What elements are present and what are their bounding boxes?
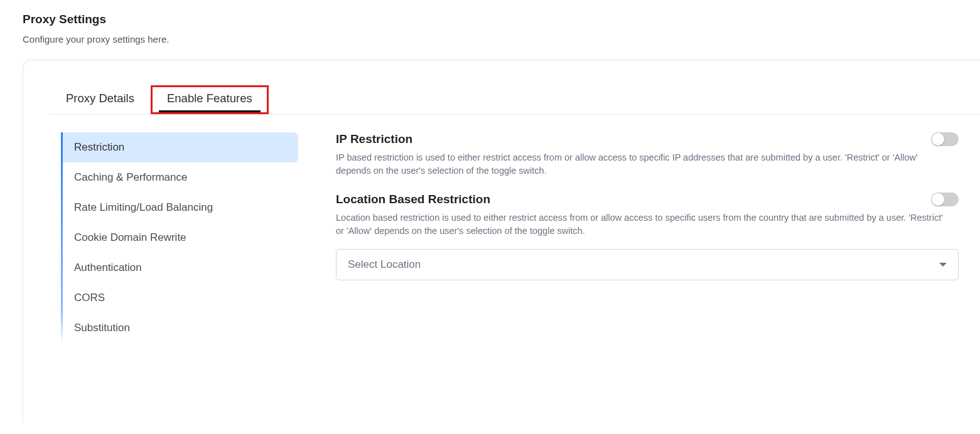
- ip-restriction-description: IP based restriction is used to either r…: [336, 151, 951, 177]
- location-restriction-description: Location based restriction is used to ei…: [336, 211, 951, 238]
- chevron-down-icon: [939, 263, 947, 267]
- ip-restriction-title: IP Restriction: [336, 132, 412, 146]
- location-restriction-toggle[interactable]: [931, 193, 959, 206]
- select-location-placeholder: Select Location: [348, 258, 421, 271]
- toggle-knob-icon: [932, 133, 944, 146]
- feature-content: IP Restriction IP based restriction is u…: [298, 132, 980, 343]
- feature-ip-restriction: IP Restriction IP based restriction is u…: [336, 132, 959, 177]
- select-location-dropdown[interactable]: Select Location: [336, 249, 959, 280]
- tab-bar: Proxy Details Enable Features: [50, 85, 980, 115]
- sidebar-item-caching-performance[interactable]: Caching & Performance: [63, 162, 298, 193]
- settings-panel: Proxy Details Enable Features Restrictio…: [23, 60, 980, 423]
- page-subtitle: Configure your proxy settings here.: [23, 34, 957, 45]
- ip-restriction-toggle[interactable]: [931, 132, 959, 146]
- sidebar-item-cookie-domain-rewrite[interactable]: Cookie Domain Rewrite: [63, 223, 298, 253]
- tab-proxy-details[interactable]: Proxy Details: [50, 85, 151, 114]
- location-restriction-title: Location Based Restriction: [336, 193, 490, 206]
- feature-location-restriction: Location Based Restriction Location base…: [336, 193, 959, 280]
- sidebar-item-substitution[interactable]: Substitution: [63, 313, 298, 343]
- sidebar-item-authentication[interactable]: Authentication: [63, 253, 298, 283]
- sidebar-item-rate-limiting-load-balancing[interactable]: Rate Limiting/Load Balancing: [63, 193, 298, 223]
- features-sidebar: Restriction Caching & Performance Rate L…: [61, 132, 298, 343]
- sidebar-item-cors[interactable]: CORS: [63, 283, 298, 313]
- tab-enable-features[interactable]: Enable Features: [151, 85, 269, 114]
- toggle-knob-icon: [932, 193, 944, 206]
- page-title: Proxy Settings: [23, 13, 957, 26]
- sidebar-item-restriction[interactable]: Restriction: [63, 132, 298, 162]
